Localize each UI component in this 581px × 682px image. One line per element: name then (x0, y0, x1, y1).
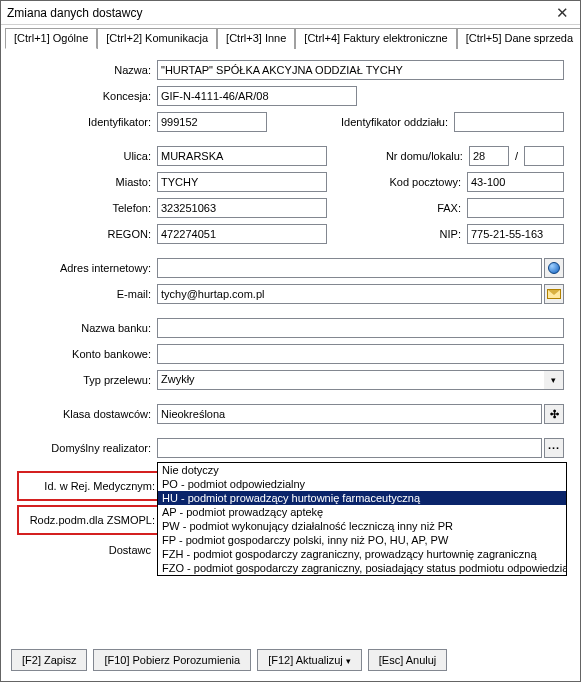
input-koncesja[interactable] (157, 86, 357, 106)
label-kod: Kod pocztowy: (327, 176, 467, 188)
input-miasto[interactable] (157, 172, 327, 192)
input-ulica[interactable] (157, 146, 327, 166)
input-domyslny[interactable] (157, 438, 542, 458)
label-nazwa-banku: Nazwa banku: (17, 322, 157, 334)
label-rodz-podm: Rodz.podm.dla ZSMOPL: (21, 514, 161, 526)
label-klasa: Klasa dostawców: (17, 408, 157, 420)
input-telefon[interactable] (157, 198, 327, 218)
label-nazwa: Nazwa: (17, 64, 157, 76)
label-identyfikator: Identyfikator: (17, 116, 157, 128)
input-konto[interactable] (157, 344, 564, 364)
chevron-down-icon[interactable]: ▾ (544, 370, 564, 390)
label-nip: NIP: (327, 228, 467, 240)
label-email: E-mail: (17, 288, 157, 300)
slash-separator: / (509, 150, 524, 162)
label-nr-domu: Nr domu/lokalu: (327, 150, 469, 162)
input-regon[interactable] (157, 224, 327, 244)
label-koncesja: Koncesja: (17, 90, 157, 102)
input-adres-int[interactable] (157, 258, 542, 278)
chevron-down-icon: ▾ (346, 656, 351, 666)
input-identyfikator-oddzialu[interactable] (454, 112, 564, 132)
aktualizuj-button[interactable]: [F12] Aktualizuj ▾ (257, 649, 362, 671)
input-klasa[interactable] (157, 404, 542, 424)
mail-icon[interactable] (544, 284, 564, 304)
label-miasto: Miasto: (17, 176, 157, 188)
globe-icon[interactable] (544, 258, 564, 278)
window-title: Zmiana danych dostawcy (7, 6, 550, 20)
label-dostawc: Dostawc (17, 544, 157, 556)
label-identyfikator-oddzialu: Identyfikator oddziału: (267, 116, 454, 128)
dropdown-option[interactable]: PO - podmiot odpowiedzialny (158, 477, 566, 491)
label-ulica: Ulica: (17, 150, 157, 162)
tab-ogolne[interactable]: [Ctrl+1] Ogólne (5, 28, 97, 49)
close-icon[interactable]: ✕ (550, 4, 574, 22)
dropdown-option[interactable]: AP - podmiot prowadzący aptekę (158, 505, 566, 519)
label-adres-int: Adres internetowy: (17, 262, 157, 274)
bottom-toolbar: [F2] Zapisz [F10] Pobierz Porozumienia [… (11, 649, 570, 671)
titlebar: Zmiana danych dostawcy ✕ (1, 1, 580, 25)
tab-dane-sprzeda[interactable]: [Ctrl+5] Dane sprzeda (457, 28, 581, 49)
input-identyfikator[interactable] (157, 112, 267, 132)
plus-icon[interactable]: ✣ (544, 404, 564, 424)
zapisz-button[interactable]: [F2] Zapisz (11, 649, 87, 671)
anuluj-button[interactable]: [Esc] Anuluj (368, 649, 447, 671)
input-nip[interactable] (467, 224, 564, 244)
input-nr-domu[interactable] (469, 146, 509, 166)
ellipsis-icon[interactable]: ··· (544, 438, 564, 458)
input-email[interactable] (157, 284, 542, 304)
tab-inne[interactable]: [Ctrl+3] Inne (217, 28, 295, 49)
label-konto: Konto bankowe: (17, 348, 157, 360)
input-nazwa[interactable] (157, 60, 564, 80)
input-lokal[interactable] (524, 146, 564, 166)
dropdown-option[interactable]: Nie dotyczy (158, 463, 566, 477)
tab-strip: [Ctrl+1] Ogólne [Ctrl+2] Komunikacja [Ct… (5, 27, 576, 49)
label-fax: FAX: (327, 202, 467, 214)
label-domyslny: Domyślny realizator: (17, 442, 157, 454)
tab-komunikacja[interactable]: [Ctrl+2] Komunikacja (97, 28, 217, 49)
label-telefon: Telefon: (17, 202, 157, 214)
dropdown-option[interactable]: FP - podmiot gospodarczy polski, inny ni… (158, 533, 566, 547)
select-typ-przelewu-display: Zwykły (157, 370, 544, 390)
dropdown-rodz-podm: Nie dotyczy PO - podmiot odpowiedzialny … (157, 462, 567, 576)
label-typ-przelewu: Typ przelewu: (17, 374, 157, 386)
pobierz-porozumienia-button[interactable]: [F10] Pobierz Porozumienia (93, 649, 251, 671)
dropdown-option[interactable]: FZO - podmiot gospodarczy zagraniczny, p… (158, 561, 566, 575)
tab-faktury[interactable]: [Ctrl+4] Faktury elektroniczne (295, 28, 456, 49)
label-regon: REGON: (17, 228, 157, 240)
input-nazwa-banku[interactable] (157, 318, 564, 338)
dropdown-option[interactable]: PW - podmiot wykonujący działalność lecz… (158, 519, 566, 533)
input-kod[interactable] (467, 172, 564, 192)
dropdown-option-selected[interactable]: HU - podmiot prowadzący hurtownię farmac… (158, 491, 566, 505)
label-id-rej-med: Id. w Rej. Medycznym: (21, 480, 161, 492)
dropdown-option[interactable]: FZH - podmiot gospodarczy zagraniczny, p… (158, 547, 566, 561)
input-fax[interactable] (467, 198, 564, 218)
